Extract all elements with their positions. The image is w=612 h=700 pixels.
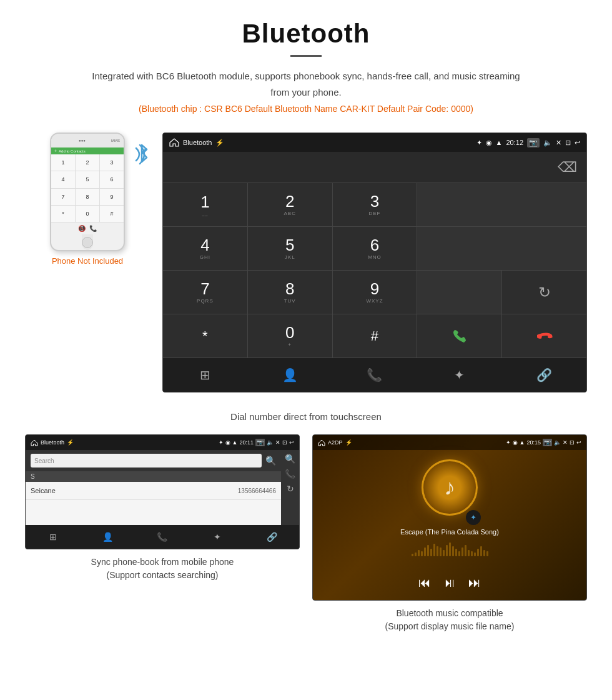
dial-key-end[interactable] — [502, 314, 586, 358]
signal-icon: ▲ — [496, 139, 503, 146]
pb-usb-icon: ⚡ — [67, 439, 74, 446]
phone-not-included-label: Phone Not Included — [25, 256, 150, 266]
home-icon — [169, 138, 179, 147]
phone-top-bar: ●●● MMS — [51, 134, 124, 148]
pb-nav-phone[interactable]: 📞 — [135, 525, 190, 549]
pb-nav-grid[interactable]: ⊞ — [26, 525, 81, 549]
nav-contacts-button[interactable]: 👤 — [248, 358, 333, 392]
page-title: Bluetooth — [37, 19, 575, 49]
dial-key-star[interactable]: * — [163, 314, 247, 358]
back-icon: ↩ — [575, 139, 580, 147]
pb-home-icon — [31, 439, 38, 446]
phone-keypad: 123 456 789 *0# — [51, 154, 124, 222]
pb-section-s: S — [26, 471, 281, 482]
end-call-icon — [536, 328, 553, 345]
dial-key-empty-1 — [417, 183, 586, 226]
nav-grid-button[interactable]: ⊞ — [163, 358, 248, 392]
call-icon — [451, 328, 468, 345]
phonebook-screenshot: Bluetooth ⚡ ✦◉▲ 20:11 📷 🔈✕⊡↩ Search — [25, 434, 300, 633]
pb-contact-row[interactable]: Seicane 13566664466 — [26, 482, 281, 500]
dial-caption: Dial number direct from touchscreen — [0, 405, 612, 434]
music-time: 20:15 — [526, 439, 541, 446]
pb-phone-side-icon[interactable]: 📞 — [285, 469, 295, 479]
volume-icon: 🔈 — [543, 139, 552, 147]
fullscreen-icon: ⊡ — [565, 139, 571, 147]
camera-icon: 📷 — [527, 138, 540, 148]
dial-key-3[interactable]: 3 DEF — [333, 183, 417, 226]
dial-key-8[interactable]: 8 TUV — [248, 271, 332, 314]
music-caption: Bluetooth music compatible(Support displ… — [312, 607, 587, 633]
dial-key-2[interactable]: 2 ABC — [248, 183, 332, 226]
bt-icon: ✦ — [476, 139, 482, 147]
dial-key-4[interactable]: 4 GHI — [163, 227, 247, 270]
page-specs: (Bluetooth chip : CSR BC6 Default Blueto… — [37, 104, 575, 114]
pb-time: 20:11 — [239, 439, 254, 446]
phone-screen: +Add to Contacts 123 456 789 *0# 📵 📞 — [51, 148, 124, 234]
time-display: 20:12 — [506, 139, 523, 146]
dial-key-redial[interactable]: ↻ — [502, 271, 586, 314]
music-song-title: Escape (The Pina Colada Song) — [400, 528, 499, 536]
dial-key-7[interactable]: 7 PQRS — [163, 271, 247, 314]
pb-search-placeholder: Search — [34, 458, 54, 464]
screen-title: Bluetooth — [183, 139, 212, 146]
pb-reload-side-icon[interactable]: ↻ — [287, 484, 294, 494]
phone-add-contacts: +Add to Contacts — [51, 148, 124, 154]
dial-key-5[interactable]: 5 JKL — [248, 227, 332, 270]
nav-phone-button[interactable]: 📞 — [332, 358, 417, 392]
play-pause-button[interactable]: ⏯ — [443, 576, 456, 590]
bottom-row: Bluetooth ⚡ ✦◉▲ 20:11 📷 🔈✕⊡↩ Search — [0, 434, 612, 646]
music-controls: ⏮ ⏯ ⏭ — [313, 571, 586, 595]
music-content: ♪ ✦ Escape (The Pina Colada Song) — [313, 450, 586, 571]
pb-contact-number: 13566664466 — [238, 488, 276, 494]
main-content: ●●● MMS +Add to Contacts 123 456 789 *0#… — [0, 120, 612, 405]
phonebook-screen[interactable]: Bluetooth ⚡ ✦◉▲ 20:11 📷 🔈✕⊡↩ Search — [25, 434, 300, 549]
nav-link-button[interactable]: 🔗 — [501, 358, 586, 392]
pb-contact-name: Seicane — [31, 487, 238, 494]
pb-nav-link[interactable]: 🔗 — [244, 525, 299, 549]
pb-content: Search 🔍 S Seicane 13566664466 — [26, 450, 299, 525]
location-icon: ◉ — [486, 139, 492, 147]
music-visualizer — [319, 541, 580, 556]
music-status-bar: A2DP ⚡ ✦◉▲ 20:15 📷 🔈✕⊡↩ — [313, 435, 586, 450]
phone-image: ●●● MMS +Add to Contacts 123 456 789 *0#… — [50, 132, 125, 251]
pb-bottom-nav: ⊞ 👤 📞 ✦ 🔗 — [26, 525, 299, 549]
status-left: Bluetooth ⚡ — [169, 138, 224, 147]
music-home-icon — [318, 439, 325, 446]
dial-display: ⌫ — [163, 152, 586, 183]
music-screen[interactable]: A2DP ⚡ ✦◉▲ 20:15 📷 🔈✕⊡↩ ♪ ✦ — [312, 434, 587, 601]
phone-bottom-bar — [82, 234, 93, 250]
dial-key-6[interactable]: 6 MNO — [333, 227, 417, 270]
pb-search-side-icon[interactable]: 🔍 — [285, 454, 295, 464]
dial-key-empty-3 — [417, 271, 501, 314]
title-section: Bluetooth Integrated with BC6 Bluetooth … — [0, 0, 612, 120]
dial-key-hash[interactable]: # — [333, 314, 417, 358]
pb-search-row: Search 🔍 — [26, 450, 281, 471]
prev-track-button[interactable]: ⏮ — [418, 576, 431, 590]
car-status-bar: Bluetooth ⚡ ✦ ◉ ▲ 20:12 📷 🔈 ✕ ⊡ ↩ — [163, 133, 586, 152]
backspace-button[interactable]: ⌫ — [558, 159, 577, 176]
pb-empty-space — [26, 500, 281, 525]
pb-nav-user[interactable]: 👤 — [81, 525, 136, 549]
status-right: ✦ ◉ ▲ 20:12 📷 🔈 ✕ ⊡ ↩ — [476, 138, 580, 148]
dial-key-0[interactable]: 0 + — [248, 314, 332, 358]
pb-main: Search 🔍 S Seicane 13566664466 — [26, 450, 281, 525]
phonebook-caption: Sync phone-book from mobile phone(Suppor… — [25, 556, 300, 582]
dial-key-1[interactable]: 1 __ — [163, 183, 247, 226]
usb-icon: ⚡ — [215, 139, 224, 147]
music-album-art-wrapper: ♪ ✦ — [422, 459, 478, 522]
car-bottom-nav: ⊞ 👤 📞 ✦ 🔗 — [163, 358, 586, 392]
dial-key-call[interactable] — [417, 314, 501, 358]
page-description: Integrated with BC6 Bluetooth module, su… — [87, 68, 525, 100]
phone-area: ●●● MMS +Add to Contacts 123 456 789 *0#… — [25, 132, 150, 266]
dial-grid: 1 __ 2 ABC 3 DEF 4 GHI 5 JKL 6 — [163, 183, 586, 358]
dial-key-9[interactable]: 9 WXYZ — [333, 271, 417, 314]
music-title: A2DP — [328, 439, 343, 446]
close-icon: ✕ — [556, 139, 561, 147]
pb-right-icons: 🔍 📞 ↻ — [281, 450, 299, 525]
pb-status-bar: Bluetooth ⚡ ✦◉▲ 20:11 📷 🔈✕⊡↩ — [26, 435, 299, 450]
nav-bluetooth-button[interactable]: ✦ — [417, 358, 502, 392]
next-track-button[interactable]: ⏭ — [468, 576, 481, 590]
pb-search-input[interactable]: Search — [31, 454, 262, 468]
car-dial-screen[interactable]: Bluetooth ⚡ ✦ ◉ ▲ 20:12 📷 🔈 ✕ ⊡ ↩ ⌫ — [162, 132, 587, 392]
pb-nav-bt[interactable]: ✦ — [190, 525, 245, 549]
